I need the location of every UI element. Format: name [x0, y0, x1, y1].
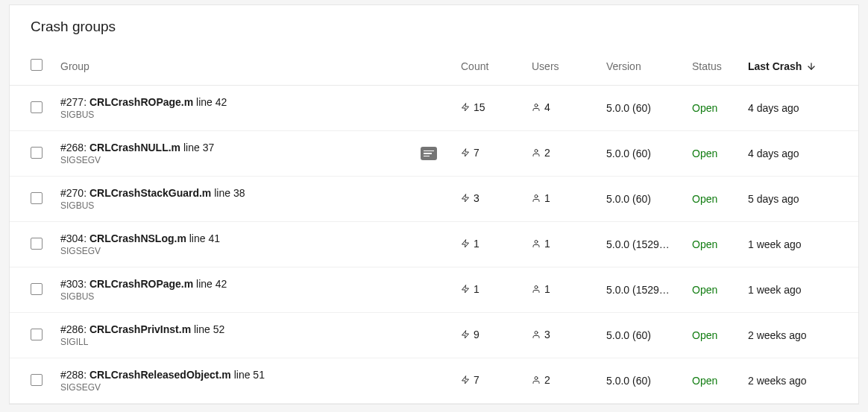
svg-marker-11: [462, 331, 469, 338]
svg-marker-9: [462, 285, 469, 293]
last-crash-value: 1 week ago: [748, 238, 837, 250]
svg-point-8: [535, 241, 538, 244]
count-value: 7: [474, 374, 479, 386]
svg-point-14: [535, 377, 538, 380]
crash-id: #268:: [60, 142, 87, 153]
crash-line: line 42: [196, 96, 227, 108]
table-row[interactable]: #270: CRLCrashStackGuard.m line 38 SIGBU…: [10, 177, 858, 222]
count-value: 9: [474, 329, 479, 340]
row-checkbox[interactable]: [31, 147, 43, 159]
column-header-count[interactable]: Count: [461, 60, 532, 72]
crash-id: #288:: [60, 369, 87, 381]
svg-marker-5: [462, 194, 469, 202]
user-icon: [532, 102, 541, 112]
status-value: Open: [692, 102, 748, 114]
crash-groups-panel: Crash groups Group Count Users Version S…: [9, 4, 859, 405]
users-value: 2: [544, 374, 550, 386]
crash-line: line 37: [183, 142, 214, 153]
column-header-users[interactable]: Users: [532, 60, 606, 72]
version-value: 5.0.0 (1529…: [606, 238, 692, 250]
row-checkbox[interactable]: [31, 283, 43, 295]
crash-signal: SIGBUS: [60, 291, 452, 302]
count-value: 3: [474, 192, 479, 204]
last-crash-value: 1 week ago: [748, 284, 837, 296]
version-value: 5.0.0 (60): [606, 375, 692, 387]
lightning-icon: [461, 193, 470, 203]
crash-signal: SIGSEGV: [60, 246, 452, 256]
crash-id: #303:: [60, 278, 87, 290]
row-checkbox[interactable]: [31, 192, 43, 204]
last-crash-value: 4 days ago: [748, 148, 837, 159]
version-value: 5.0.0 (60): [606, 148, 692, 159]
user-icon: [532, 375, 541, 385]
last-crash-value: 4 days ago: [748, 102, 837, 114]
row-checkbox[interactable]: [31, 329, 43, 340]
panel-title: Crash groups: [10, 5, 858, 42]
user-icon: [532, 284, 541, 294]
count-value: 1: [474, 283, 479, 295]
status-value: Open: [692, 284, 748, 296]
status-value: Open: [692, 375, 748, 387]
crash-file: CRLCrashROPage.m: [89, 278, 193, 290]
crash-file: CRLCrashROPage.m: [89, 96, 193, 108]
crash-signal: SIGBUS: [60, 110, 452, 120]
users-value: 4: [544, 101, 550, 113]
lightning-icon: [461, 329, 470, 340]
table-row[interactable]: #288: CRLCrashReleasedObject.m line 51 S…: [10, 358, 858, 404]
crash-signal: SIGBUS: [60, 200, 452, 211]
note-icon: [421, 147, 437, 160]
table-row[interactable]: #277: CRLCrashROPage.m line 42 SIGBUS 15: [10, 86, 858, 131]
column-header-version[interactable]: Version: [606, 60, 692, 72]
crash-signal: SIGILL: [60, 337, 452, 347]
svg-point-10: [535, 286, 538, 289]
last-crash-value: 5 days ago: [748, 193, 837, 205]
crash-line: line 41: [189, 232, 220, 244]
crash-id: #270:: [60, 187, 87, 199]
column-header-last-crash[interactable]: Last Crash: [748, 60, 837, 72]
users-value: 1: [544, 283, 550, 295]
select-all-checkbox[interactable]: [31, 59, 43, 71]
table-row[interactable]: #268: CRLCrashNULL.m line 37 SIGSEGV 7: [10, 131, 858, 177]
users-value: 1: [544, 192, 550, 204]
svg-marker-1: [462, 104, 469, 111]
svg-marker-3: [462, 149, 469, 156]
count-value: 7: [474, 147, 479, 159]
version-value: 5.0.0 (60): [606, 193, 692, 205]
svg-marker-13: [462, 376, 469, 384]
last-crash-value: 2 weeks ago: [748, 329, 837, 341]
user-icon: [532, 148, 541, 158]
status-value: Open: [692, 329, 748, 341]
version-value: 5.0.0 (60): [606, 329, 692, 341]
crash-line: line 51: [234, 369, 265, 381]
last-crash-label: Last Crash: [748, 60, 802, 72]
lightning-icon: [461, 102, 470, 112]
status-value: Open: [692, 238, 748, 250]
crash-file: CRLCrashPrivInst.m: [89, 323, 191, 335]
users-value: 3: [544, 329, 550, 340]
row-checkbox[interactable]: [31, 374, 43, 386]
user-icon: [532, 193, 541, 203]
last-crash-value: 2 weeks ago: [748, 375, 837, 387]
svg-marker-7: [462, 240, 469, 247]
user-icon: [532, 238, 541, 249]
table-row[interactable]: #286: CRLCrashPrivInst.m line 52 SIGILL …: [10, 313, 858, 358]
row-checkbox[interactable]: [31, 238, 43, 250]
crash-signal: SIGSEGV: [60, 382, 452, 393]
svg-point-4: [535, 150, 538, 153]
row-checkbox[interactable]: [31, 101, 43, 113]
crash-id: #304:: [60, 232, 87, 244]
table-row[interactable]: #304: CRLCrashNSLog.m line 41 SIGSEGV 1: [10, 222, 858, 267]
column-header-status[interactable]: Status: [692, 60, 748, 72]
lightning-icon: [461, 148, 470, 158]
crash-file: CRLCrashStackGuard.m: [89, 187, 211, 199]
table-row[interactable]: #303: CRLCrashROPage.m line 42 SIGBUS 1: [10, 267, 858, 313]
count-value: 15: [474, 101, 485, 113]
column-header-group[interactable]: Group: [60, 60, 461, 72]
crash-file: CRLCrashReleasedObject.m: [89, 369, 231, 381]
table-header: Group Count Users Version Status Last Cr…: [10, 42, 858, 86]
table-body: #277: CRLCrashROPage.m line 42 SIGBUS 15: [10, 86, 858, 404]
svg-point-6: [535, 195, 538, 198]
users-value: 1: [544, 238, 550, 250]
lightning-icon: [461, 284, 470, 294]
crash-signal: SIGSEGV: [60, 155, 412, 165]
